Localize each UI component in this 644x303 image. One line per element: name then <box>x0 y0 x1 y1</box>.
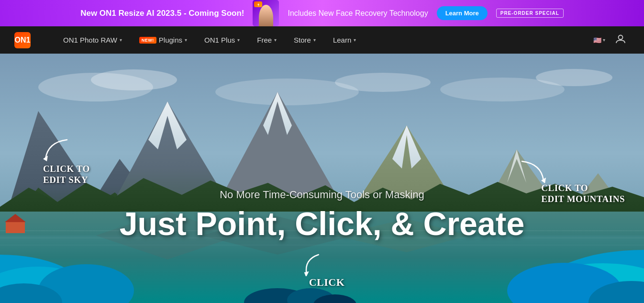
nav-item-learn[interactable]: Learn ▾ <box>324 26 365 54</box>
nav-menu: ON1 Photo RAW ▾ NEW! Plugins ▾ ON1 Plus … <box>55 26 589 54</box>
hero-content: No More Time-Consuming Tools or Masking … <box>107 189 537 241</box>
arrow-mountains-icon <box>517 157 555 190</box>
annotation-click-bottom[interactable]: Click <box>300 276 345 289</box>
svg-point-1 <box>619 35 623 40</box>
chevron-down-icon: ▾ <box>603 37 605 43</box>
chevron-down-icon: ▾ <box>354 37 356 43</box>
user-account-button[interactable] <box>611 34 630 46</box>
hero-title: Just Point, Click, & Create <box>107 207 537 241</box>
promo-text: New ON1 Resize AI 2023.5 - Coming Soon! <box>80 9 244 18</box>
language-selector[interactable]: 🇺🇸 ▾ <box>589 36 609 44</box>
svg-point-6 <box>335 73 431 92</box>
new-badge: NEW! <box>139 37 156 44</box>
arrow-bottom-icon <box>300 252 328 276</box>
nav-item-free[interactable]: Free ▾ <box>248 26 285 54</box>
hero-section: Click To Edit Sky Click To Edit Mountain… <box>0 54 644 303</box>
chevron-down-icon: ▾ <box>313 37 316 43</box>
annotation-sky[interactable]: Click To Edit Sky <box>43 164 90 186</box>
nav-item-plugins[interactable]: NEW! Plugins ▾ <box>131 26 196 54</box>
includes-text: Includes New Face Recovery Technology <box>288 9 428 18</box>
svg-point-8 <box>536 69 612 86</box>
navigation-bar: ON1 ON1 Photo RAW ▾ NEW! Plugins ▾ ON1 P… <box>0 26 644 54</box>
person-silhouette <box>259 5 273 26</box>
svg-marker-42 <box>304 271 309 276</box>
ai-icon <box>254 1 262 7</box>
arrow-sky-icon <box>38 137 77 166</box>
user-icon <box>615 34 626 44</box>
nav-item-store[interactable]: Store ▾ <box>285 26 324 54</box>
nav-item-on1-photo-raw[interactable]: ON1 Photo RAW ▾ <box>55 26 131 54</box>
preorder-badge: PRE-ORDER SPECIAL <box>496 9 564 18</box>
annotation-mountains[interactable]: Click To Edit Mountains <box>541 183 625 205</box>
lightning-icon <box>256 3 260 7</box>
hero-subtitle: No More Time-Consuming Tools or Masking <box>107 189 537 201</box>
ai-person-graphic <box>253 0 279 26</box>
logo-box: ON1 <box>14 32 31 48</box>
nav-item-on1-plus[interactable]: ON1 Plus ▾ <box>196 26 248 54</box>
logo[interactable]: ON1 <box>14 32 31 48</box>
svg-rect-38 <box>6 221 25 233</box>
promo-banner: New ON1 Resize AI 2023.5 - Coming Soon! … <box>0 0 644 26</box>
svg-point-4 <box>91 69 177 90</box>
nav-right-controls: 🇺🇸 ▾ <box>589 34 630 46</box>
chevron-down-icon: ▾ <box>185 37 187 43</box>
svg-marker-0 <box>257 3 259 7</box>
learn-more-button[interactable]: Learn More <box>437 6 488 20</box>
chevron-down-icon: ▾ <box>274 37 277 43</box>
chevron-down-icon: ▾ <box>237 37 240 43</box>
chevron-down-icon: ▾ <box>120 37 122 43</box>
